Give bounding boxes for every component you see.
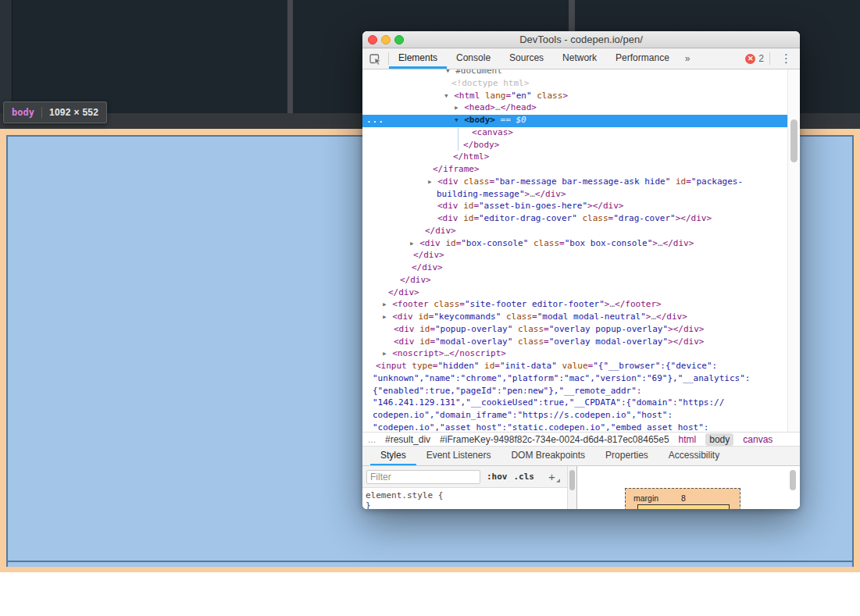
dom-tree-row[interactable]: ▸ <div id="box-console" class="box box-c… xyxy=(362,238,800,251)
dom-token: <noscript> xyxy=(392,348,444,358)
dom-tree-row[interactable]: <div id="asset-bin-goes-here"></div> xyxy=(362,201,800,213)
dom-tree-row[interactable]: </body> xyxy=(362,140,800,152)
dom-tree-row[interactable]: ▾ <html lang="en" class> xyxy=(362,91,800,103)
dom-token xyxy=(528,238,533,248)
dom-tree-row[interactable]: <canvas> xyxy=(362,127,800,140)
toggle-class-button[interactable]: .cls xyxy=(514,472,535,482)
dom-tree-row[interactable]: ▸ <div id="keycommands" class="modal mod… xyxy=(362,312,800,324)
highlight-margin-right xyxy=(854,129,860,572)
dom-tree-row[interactable]: "unknown","name":"chrome","platform":"ma… xyxy=(362,373,798,386)
sidebar-tab-accessibility[interactable]: Accessibility xyxy=(658,447,730,465)
dom-token: … xyxy=(530,189,535,199)
devtools-menu-icon[interactable]: ⋮ xyxy=(776,52,797,66)
toggle-hover-state-button[interactable]: :hov xyxy=(487,472,508,482)
dom-tree-row[interactable]: <div id="modal-overlay" class="overlay m… xyxy=(362,336,800,349)
dom-tree-row[interactable]: ▸ <head>…</head> xyxy=(362,102,800,115)
dom-tree-row[interactable]: codepen.io","domain_iframe":"https://s.c… xyxy=(362,410,798,422)
dom-tree-row[interactable]: "codepen.io","asset_host":"static.codepe… xyxy=(362,422,798,432)
dom-tree-row[interactable]: </div> xyxy=(362,250,800,262)
dom-tree-row[interactable]: building-message">…</div> xyxy=(362,189,800,201)
dom-tree-row[interactable]: ▸ <div class="bar-message bar-message-as… xyxy=(362,176,800,189)
dom-token: "overlay popup-overlay" xyxy=(549,324,668,334)
box-model-margin-box[interactable]: margin 8 xyxy=(625,488,740,509)
sidebar-tab-styles[interactable]: Styles xyxy=(370,447,416,465)
dom-token: id xyxy=(445,238,455,248)
dom-token: = xyxy=(559,238,565,248)
breadcrumb-item-body[interactable]: body xyxy=(705,433,733,446)
inspect-element-button[interactable] xyxy=(362,48,388,69)
dom-tree-row[interactable]: {"enabled":true,"pageId":"pen:new"},"__r… xyxy=(362,386,798,398)
dom-tree-row[interactable]: "146.241.129.131","__cookieUsed":true,"_… xyxy=(362,397,798,410)
more-tabs-chevron[interactable]: » xyxy=(679,48,697,69)
dom-tree-scrollbar-thumb[interactable] xyxy=(790,119,798,162)
dom-tree-row[interactable]: <div id="editor-drag-cover" class="drag-… xyxy=(362,213,800,226)
zoom-button[interactable] xyxy=(394,35,404,45)
window-titlebar[interactable]: DevTools - codepen.io/pen/ xyxy=(362,31,800,48)
dom-tree-row[interactable]: ▸ <noscript>…</noscript> xyxy=(362,348,800,361)
tooltip-dimensions: 1092 × 552 xyxy=(49,107,98,118)
dom-token: <input xyxy=(376,361,412,371)
dom-tree-row[interactable]: </iframe> xyxy=(362,164,800,176)
dom-token: $0 xyxy=(516,115,526,125)
dom-tree-row[interactable]: <div id="popup-overlay" class="overlay p… xyxy=(362,324,800,336)
tab-network[interactable]: Network xyxy=(553,48,606,69)
inspect-cursor-icon xyxy=(369,52,382,66)
breadcrumb-item--result-div[interactable]: #result_div xyxy=(385,434,430,445)
dom-tree-row[interactable]: ▸ <footer class="site-footer editor-foot… xyxy=(362,299,800,312)
box-model-border-box[interactable] xyxy=(637,504,730,509)
dom-tree-row[interactable]: </html> xyxy=(362,151,800,164)
dom-tree-row-selected[interactable]: ...▾ <body> == $0 xyxy=(362,115,800,127)
dom-token: ></div> xyxy=(676,213,712,223)
tab-elements[interactable]: Elements xyxy=(389,48,447,69)
tab-sources[interactable]: Sources xyxy=(500,48,553,69)
dom-tree-row[interactable]: </div> xyxy=(362,275,800,287)
dom-tree-row[interactable]: </div> xyxy=(362,226,800,238)
dom-token: <div xyxy=(419,238,445,248)
dom-token: = xyxy=(544,324,549,334)
dom-tree-row[interactable]: ▾ #document xyxy=(362,69,800,78)
new-style-rule-button[interactable]: + xyxy=(545,470,558,483)
dom-token: class xyxy=(463,176,489,187)
breadcrumb-item-html[interactable]: html xyxy=(679,434,697,445)
dom-token: id xyxy=(676,176,686,187)
dom-token xyxy=(501,312,506,322)
tab-performance[interactable]: Performance xyxy=(606,48,679,69)
error-badge[interactable]: ✕ 2 xyxy=(745,53,764,64)
dom-token: … xyxy=(658,238,663,248)
dom-token: "modal-overlay" xyxy=(435,336,512,347)
toolbar-right-group: ✕ 2 ⋮ xyxy=(745,48,800,69)
editor-pane-divider[interactable] xyxy=(287,0,293,114)
dom-token: <footer xyxy=(392,299,434,309)
dom-tree-row[interactable]: </div> xyxy=(362,262,800,275)
sidebar-tab-dom-breakpoints[interactable]: DOM Breakpoints xyxy=(501,447,595,465)
dom-token: == xyxy=(495,115,516,125)
dom-token: > xyxy=(562,91,568,101)
breadcrumb-item-canvas[interactable]: canvas xyxy=(743,434,773,445)
dom-token: class xyxy=(434,299,459,309)
element-style-rule[interactable]: element.style { } xyxy=(362,488,567,509)
close-button[interactable] xyxy=(368,35,377,45)
style-rule-close-brace: } xyxy=(366,500,567,509)
dom-token: class xyxy=(533,238,559,248)
dom-token: … xyxy=(495,102,501,112)
dom-token: ▾ xyxy=(444,91,454,101)
breadcrumb-item--iframekey-9498f82c-734e[interactable]: #iFrameKey-9498f82c-734e-0024-d6d4-817ec… xyxy=(440,434,669,445)
tab-console[interactable]: Console xyxy=(447,48,500,69)
styles-scrollbar-thumb[interactable] xyxy=(569,470,575,490)
dom-tree-row[interactable]: <input type="hidden" id="init-data" valu… xyxy=(362,361,800,373)
box-model-scrollbar-thumb[interactable] xyxy=(790,470,796,490)
dom-token: "packages- xyxy=(691,176,743,187)
style-rule-selector[interactable]: element.style { xyxy=(366,490,567,500)
dom-token: </div> xyxy=(400,275,431,285)
dom-token: </html> xyxy=(453,151,489,162)
row-overflow-dots[interactable]: ... xyxy=(366,115,384,125)
sidebar-tab-event-listeners[interactable]: Event Listeners xyxy=(416,447,501,465)
dom-tree-row[interactable]: </div> xyxy=(362,287,800,300)
dom-tree-row[interactable]: <!doctype html> xyxy=(362,78,800,91)
sidebar-tab-properties[interactable]: Properties xyxy=(595,447,658,465)
minimize-button[interactable] xyxy=(381,35,391,45)
styles-filter-input[interactable] xyxy=(366,470,480,484)
breadcrumb-item--[interactable]: ... xyxy=(368,434,376,445)
tooltip-divider xyxy=(41,107,42,118)
margin-value[interactable]: 8 xyxy=(626,493,741,503)
